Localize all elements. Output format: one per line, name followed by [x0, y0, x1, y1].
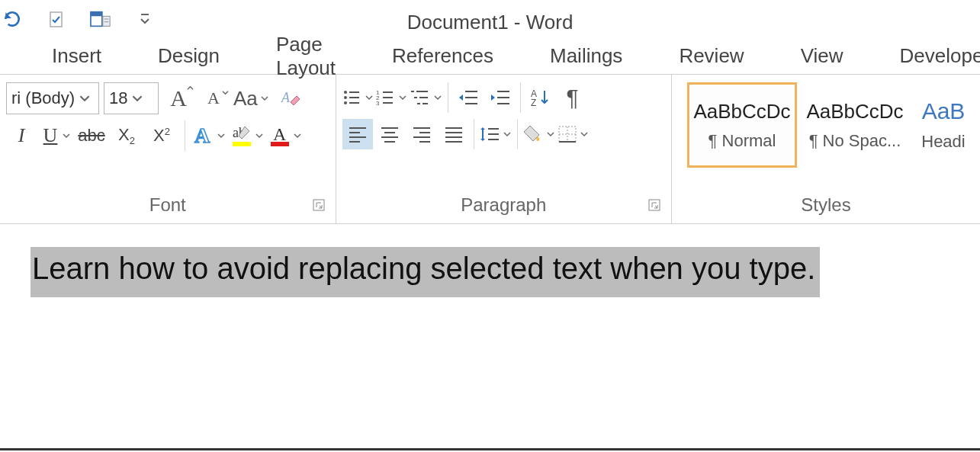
clear-formatting-button[interactable]: A: [275, 83, 305, 114]
superscript-icon: X2: [153, 126, 170, 146]
font-name-value: ri (Body): [11, 88, 75, 108]
tab-design[interactable]: Design: [144, 40, 233, 72]
svg-text:A: A: [273, 124, 287, 144]
svg-text:3: 3: [376, 100, 380, 107]
increase-indent-button[interactable]: [485, 82, 516, 113]
tab-review[interactable]: Review: [665, 40, 757, 72]
style-preview: AaBbCcDc: [806, 100, 903, 123]
separator: [474, 119, 474, 149]
chevron-down-icon: [132, 93, 143, 104]
style-preview: AaB: [922, 98, 966, 124]
table-tool-icon[interactable]: [90, 8, 111, 30]
strikethrough-icon: abc: [78, 126, 104, 146]
paragraph-group-label: Paragraph: [342, 194, 666, 219]
sort-icon: AZ: [531, 88, 551, 107]
chevron-down-icon: [217, 132, 225, 139]
style-name: ¶ No Spac...: [809, 131, 901, 151]
repeat-icon[interactable]: [2, 8, 23, 30]
decrease-indent-icon: [458, 88, 479, 107]
shading-icon: [522, 124, 544, 144]
numbering-icon: 123: [376, 88, 396, 107]
dialog-launcher-icon[interactable]: [313, 199, 325, 211]
justify-icon: [444, 126, 464, 143]
svg-rect-13: [313, 200, 324, 210]
strikethrough-button[interactable]: abc: [76, 120, 107, 151]
separator: [185, 120, 185, 151]
align-right-button[interactable]: [406, 119, 437, 149]
style-name: ¶ Normal: [708, 131, 776, 151]
decrease-indent-button[interactable]: [453, 82, 484, 113]
line-spacing-button[interactable]: [479, 119, 512, 149]
align-right-icon: [412, 126, 432, 143]
chevron-down-icon: [547, 130, 554, 138]
bullets-button[interactable]: [342, 82, 374, 113]
style-preview: AaBbCcDc: [693, 100, 790, 123]
svg-point-16: [344, 96, 347, 99]
up-caret-icon: [187, 85, 194, 91]
svg-rect-3: [103, 16, 110, 26]
chevron-down-icon: [580, 130, 588, 138]
selected-text[interactable]: Learn how to avoid replacing selected te…: [31, 247, 820, 297]
svg-point-18: [344, 101, 347, 104]
italic-button[interactable]: I: [6, 120, 37, 151]
grow-font-button[interactable]: A: [163, 83, 194, 114]
align-left-icon: [348, 126, 368, 143]
change-case-button[interactable]: Aa: [233, 83, 270, 114]
borders-button[interactable]: [557, 119, 590, 149]
font-color-icon: A: [269, 123, 291, 148]
eraser-icon: A: [278, 87, 301, 110]
style-normal[interactable]: AaBbCcDc ¶ Normal: [687, 82, 797, 168]
separator: [448, 82, 448, 113]
svg-rect-0: [50, 12, 62, 27]
sort-button[interactable]: AZ: [525, 82, 556, 113]
shrink-font-button[interactable]: A: [198, 83, 229, 114]
underline-button[interactable]: U: [41, 120, 72, 151]
svg-rect-2: [91, 12, 102, 17]
svg-rect-64: [649, 200, 660, 210]
tab-mailings[interactable]: Mailings: [536, 40, 636, 72]
dialog-launcher-icon[interactable]: [648, 199, 660, 211]
borders-icon: [557, 125, 577, 143]
text-effects-button[interactable]: A: [193, 120, 227, 151]
justify-button[interactable]: [439, 119, 469, 149]
style-heading1[interactable]: AaB Headi: [913, 82, 974, 168]
separator: [517, 119, 518, 149]
style-no-spacing[interactable]: AaBbCcDc ¶ No Spac...: [800, 82, 910, 168]
line-spacing-icon: [479, 124, 500, 144]
font-size-combo[interactable]: 18: [104, 82, 159, 114]
customize-qat-icon[interactable]: [134, 8, 156, 30]
highlight-button[interactable]: ab: [231, 120, 265, 151]
style-gallery: AaBbCcDc ¶ Normal AaBbCcDc ¶ No Spac... …: [678, 82, 974, 168]
tab-view[interactable]: View: [787, 40, 857, 72]
superscript-button[interactable]: X2: [146, 120, 177, 151]
numbering-button[interactable]: 123: [376, 82, 408, 113]
pilcrow-icon: ¶: [566, 85, 578, 111]
subscript-icon: X2: [118, 125, 135, 146]
align-left-button[interactable]: [342, 119, 373, 149]
svg-text:A: A: [281, 90, 291, 105]
highlight-icon: ab: [231, 123, 252, 148]
chevron-down-icon: [255, 132, 263, 139]
shading-button[interactable]: [522, 119, 556, 149]
tab-developer[interactable]: Developer: [886, 40, 980, 72]
style-name: Headi: [921, 132, 965, 152]
styles-group-label: Styles: [678, 194, 974, 219]
multilevel-list-button[interactable]: [410, 82, 443, 113]
font-color-button[interactable]: A: [269, 120, 303, 151]
tab-references[interactable]: References: [378, 40, 507, 72]
align-center-button[interactable]: [374, 119, 405, 149]
down-caret-icon: [222, 89, 229, 96]
bottom-border: [0, 448, 980, 450]
subscript-button[interactable]: X2: [111, 120, 142, 151]
spellcheck-icon[interactable]: [46, 8, 67, 30]
align-center-icon: [380, 126, 400, 143]
chevron-down-icon: [365, 94, 373, 101]
svg-rect-12: [271, 142, 289, 146]
tab-insert[interactable]: Insert: [38, 40, 115, 72]
font-name-combo[interactable]: ri (Body): [6, 82, 99, 114]
ribbon-tabs: Insert Design Page Layout References Mai…: [0, 38, 980, 75]
document-area[interactable]: Learn how to avoid replacing selected te…: [0, 224, 980, 297]
show-hide-button[interactable]: ¶: [557, 82, 588, 113]
svg-rect-10: [233, 142, 251, 146]
separator: [520, 82, 521, 113]
